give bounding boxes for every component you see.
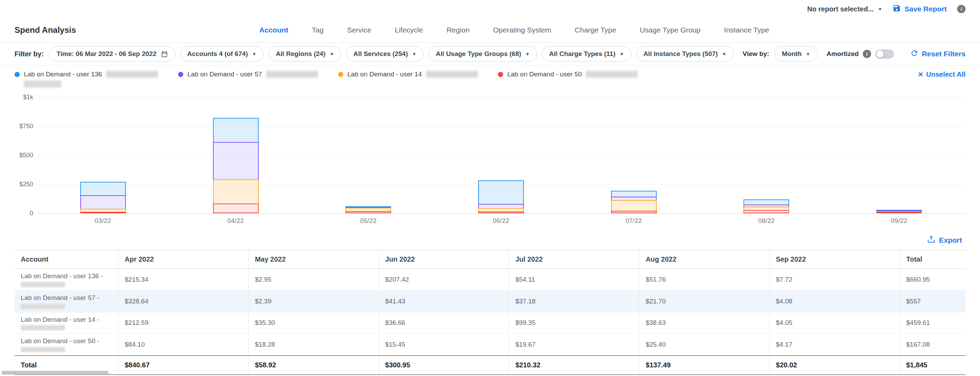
account-label: Lab on Demand - user 14 - xyxy=(21,316,112,324)
value-cell: $2.95 xyxy=(249,269,379,290)
pill-label: All Instance Types (507) xyxy=(644,50,718,58)
value-cell: $51.76 xyxy=(640,269,770,290)
legend-item-lab-on-demand-user-136[interactable]: Lab on Demand - user 136 xyxy=(14,70,158,87)
info-icon[interactable]: i xyxy=(957,5,966,13)
tab-tag[interactable]: Tag xyxy=(312,26,324,34)
value-cell: $459.61 xyxy=(900,312,966,334)
chart-legend: Lab on Demand - user 136Lab on Demand - … xyxy=(0,66,980,89)
stacked-bar-04-22[interactable] xyxy=(213,118,259,213)
legend-dot-icon xyxy=(14,72,20,77)
filter-pill-all-charge-types-11[interactable]: All Charge Types (11)▼ xyxy=(542,46,632,62)
redacted-text xyxy=(21,325,65,330)
legend-item-lab-on-demand-user-14[interactable]: Lab on Demand - user 14 xyxy=(338,70,478,78)
chart-x-axis: 03/2204/2205/2206/2207/2208/2209/22 xyxy=(37,217,966,225)
view-by-dropdown[interactable]: Month ▼ xyxy=(775,46,818,62)
amortized-toggle[interactable] xyxy=(875,49,894,59)
legend-text: Lab on Demand - user 14 xyxy=(348,70,478,78)
stacked-bar-08-22[interactable] xyxy=(743,199,789,213)
export-button[interactable]: Export xyxy=(927,235,962,245)
stacked-bar-07-22[interactable] xyxy=(611,191,657,213)
save-report-button[interactable]: Save Report xyxy=(892,4,947,14)
table-row[interactable]: Lab on Demand - user 57 -$328.64$2.39$41… xyxy=(14,290,966,312)
redacted-text xyxy=(21,282,65,287)
filter-pill-all-usage-type-groups-68[interactable]: All Usage Type Groups (68)▼ xyxy=(428,46,537,62)
stacked-bar-05-22[interactable] xyxy=(345,206,391,213)
legend-dot-icon xyxy=(178,72,183,77)
bar-segment-lab-on-demand-user-50[interactable] xyxy=(611,211,657,213)
table-row[interactable]: Lab on Demand - user 50 -$84.10$18.28$15… xyxy=(14,334,966,355)
redacted-text xyxy=(586,71,638,78)
x-axis-tick-label: 06/22 xyxy=(435,217,568,225)
unselect-all-button[interactable]: ✕ Unselect All xyxy=(918,70,966,78)
tab-charge-type[interactable]: Charge Type xyxy=(575,26,616,34)
table-row[interactable]: Lab on Demand - user 14 -$212.59$35.30$3… xyxy=(14,312,966,334)
bar-segment-lab-on-demand-user-136[interactable] xyxy=(80,182,126,196)
spend-chart: $1k$750$500$2500 03/2204/2205/2206/2207/… xyxy=(14,97,966,225)
calendar-icon xyxy=(161,51,168,58)
bar-segment-lab-on-demand-user-50[interactable] xyxy=(743,210,789,213)
x-axis-tick-label: 09/22 xyxy=(833,217,966,225)
x-axis-tick-label: 07/22 xyxy=(568,217,700,225)
tab-lifecycle[interactable]: Lifecycle xyxy=(395,26,423,34)
bar-segment-lab-on-demand-user-50[interactable] xyxy=(345,211,391,213)
legend-label-line: Lab on Demand - user 14 xyxy=(348,70,478,78)
amortized-info-icon[interactable]: i xyxy=(863,50,871,58)
filter-by-label: Filter by: xyxy=(14,50,44,58)
bar-segment-lab-on-demand-user-50[interactable] xyxy=(478,211,524,213)
table-header-row: AccountApr 2022May 2022Jun 2022Jul 2022A… xyxy=(14,250,966,269)
bar-segment-lab-on-demand-user-136[interactable] xyxy=(213,118,259,143)
refresh-icon xyxy=(910,49,918,59)
bar-segment-lab-on-demand-user-50[interactable] xyxy=(213,203,259,213)
redacted-text xyxy=(106,71,158,78)
bar-segment-lab-on-demand-user-50[interactable] xyxy=(80,212,126,213)
tab-account[interactable]: Account xyxy=(259,26,288,34)
tab-operating-system[interactable]: Operating System xyxy=(493,26,551,34)
bar-segment-lab-on-demand-user-14[interactable] xyxy=(213,179,259,204)
legend-label: Lab on Demand - user 136 xyxy=(24,70,102,78)
unselect-all-label: Unselect All xyxy=(926,70,966,78)
value-cell: $21.70 xyxy=(640,290,770,312)
filter-pill-all-instance-types-507[interactable]: All Instance Types (507)▼ xyxy=(636,46,734,62)
tab-instance-type[interactable]: Instance Type xyxy=(724,26,769,34)
tab-usage-type-group[interactable]: Usage Type Group xyxy=(640,26,701,34)
redacted-text xyxy=(426,71,478,78)
value-cell: $38.63 xyxy=(640,312,770,334)
x-axis-tick-label: 05/22 xyxy=(302,217,435,225)
bar-segment-lab-on-demand-user-50[interactable] xyxy=(876,212,922,213)
y-axis-tick-label: $500 xyxy=(14,152,33,159)
value-cell: $215.34 xyxy=(118,269,249,290)
legend-item-lab-on-demand-user-57[interactable]: Lab on Demand - user 57 xyxy=(178,70,318,78)
value-cell: $36.66 xyxy=(379,312,509,334)
view-by-value: Month xyxy=(782,50,802,58)
value-cell: $167.08 xyxy=(900,334,966,355)
account-label: Lab on Demand - user 57 - xyxy=(21,294,112,302)
legend-item-lab-on-demand-user-50[interactable]: Lab on Demand - user 50 xyxy=(498,70,638,78)
pill-label: All Usage Type Groups (68) xyxy=(436,50,521,58)
bar-segment-lab-on-demand-user-57[interactable] xyxy=(80,195,126,209)
stacked-bar-06-22[interactable] xyxy=(478,181,524,213)
filter-pills: Time: 06 Mar 2022 - 06 Sep 2022Accounts … xyxy=(49,46,733,62)
legend-redact-line xyxy=(24,78,158,87)
filter-pill-accounts-4-of-674[interactable]: Accounts 4 (of 674)▼ xyxy=(180,46,264,62)
report-selector-label: No report selected... xyxy=(807,5,873,13)
bar-segment-lab-on-demand-user-136[interactable] xyxy=(478,181,524,205)
report-selector-dropdown[interactable]: No report selected... ▼ xyxy=(807,5,882,13)
bar-segment-lab-on-demand-user-14[interactable] xyxy=(611,200,657,211)
tab-service[interactable]: Service xyxy=(347,26,371,34)
filter-pill-all-services-254[interactable]: All Services (254)▼ xyxy=(346,46,423,62)
stacked-bar-03-22[interactable] xyxy=(80,182,126,213)
horizontal-scrollbar[interactable] xyxy=(2,371,108,374)
reset-filters-button[interactable]: Reset Filters xyxy=(910,49,966,59)
bar-segment-lab-on-demand-user-57[interactable] xyxy=(213,142,259,180)
total-value-cell: $210.32 xyxy=(509,355,640,374)
value-cell: $35.30 xyxy=(249,312,379,334)
tab-region[interactable]: Region xyxy=(446,26,469,34)
table-row[interactable]: Lab on Demand - user 136 -$215.34$2.95$2… xyxy=(14,269,966,290)
filter-pill-all-regions-24[interactable]: All Regions (24)▼ xyxy=(269,46,341,62)
filter-pill-time-06-mar-2022-06-sep-2022[interactable]: Time: 06 Mar 2022 - 06 Sep 2022 xyxy=(49,46,175,62)
stacked-bar-09-22[interactable] xyxy=(876,210,922,213)
reset-filters-label: Reset Filters xyxy=(922,50,966,58)
chart-slot-04-22 xyxy=(169,97,302,213)
chart-slot-09-22 xyxy=(833,97,966,213)
x-axis-tick-label: 08/22 xyxy=(700,217,833,225)
